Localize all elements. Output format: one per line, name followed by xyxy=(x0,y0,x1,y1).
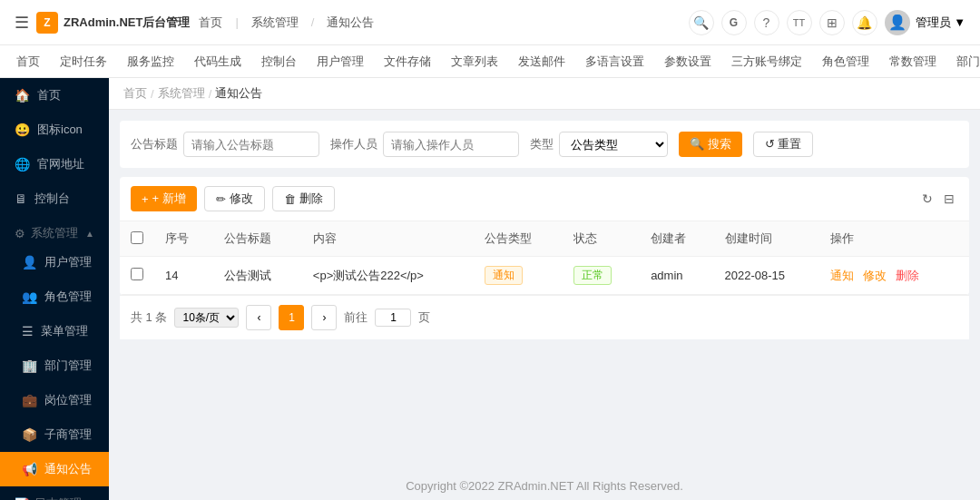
second-nav-article[interactable]: 文章列表 xyxy=(442,45,507,78)
home-icon: 🏠 xyxy=(15,88,30,103)
users-icon: 👥 xyxy=(22,289,37,304)
gear-icon: ⚙ xyxy=(15,227,25,240)
bell-icon-btn[interactable]: 🔔 xyxy=(852,10,877,35)
second-nav-role[interactable]: 角色管理 xyxy=(813,45,878,78)
row-checkbox[interactable] xyxy=(131,268,143,280)
cell-actions: 通知 修改 删除 xyxy=(819,257,969,295)
second-nav-file[interactable]: 文件存储 xyxy=(375,45,440,78)
sidebar-item-role[interactable]: 👥 角色管理 xyxy=(0,279,109,314)
font-icon-btn[interactable]: TT xyxy=(787,10,812,35)
sidebar-label-notice: 通知公告 xyxy=(44,461,92,477)
user-menu[interactable]: 👤 管理员 ▼ xyxy=(885,10,965,35)
sidebar-item-user[interactable]: 👤 用户管理 xyxy=(0,245,109,279)
sidebar-item-console[interactable]: 🖥 控制台 xyxy=(0,181,109,216)
goto-page-input[interactable] xyxy=(375,309,411,327)
sidebar-item-menu[interactable]: ☰ 菜单管理 xyxy=(0,314,109,348)
user-label[interactable]: 管理员 ▼ xyxy=(916,15,965,31)
page-1-btn[interactable]: 1 xyxy=(279,305,304,330)
reset-button[interactable]: ↺ 重置 xyxy=(753,132,814,157)
data-table: 序号 公告标题 内容 公告类型 状态 创建者 创建时间 操作 xyxy=(120,221,969,295)
pages-suffix: 页 xyxy=(418,309,430,326)
avatar: 👤 xyxy=(885,10,910,35)
topnav-home[interactable]: 首页 xyxy=(190,11,231,34)
second-nav-console[interactable]: 控制台 xyxy=(252,45,306,78)
edit-button[interactable]: ✏ 修改 xyxy=(204,186,265,211)
page-content: 公告标题 操作人员 类型 公告类型 通知 公告 🔍 搜索 ↺ 重置 xyxy=(109,110,980,472)
top-bar: ☰ Z ZRAdmin.NET后台管理 首页 | 系统管理 / 通知公告 🔍 G… xyxy=(0,0,980,45)
col-created-at: 创建时间 xyxy=(714,221,820,257)
table-body: 14 公告测试 <p>测试公告222</p> 通知 正常 admin xyxy=(120,257,969,295)
cell-created-at: 2022-08-15 xyxy=(714,257,820,295)
delete-button[interactable]: 🗑 删除 xyxy=(272,186,335,211)
sidebar-label-home: 首页 xyxy=(37,87,61,103)
second-nav-dept[interactable]: 部门管理 xyxy=(947,45,980,78)
footer: Copyright ©2022 ZRAdmin.NET All Rights R… xyxy=(109,472,980,500)
filter-type-select[interactable]: 公告类型 通知 公告 xyxy=(559,132,668,157)
search-icon-btn[interactable]: 🔍 xyxy=(689,10,714,35)
breadcrumb-home[interactable]: 首页 xyxy=(123,85,147,102)
second-nav-user[interactable]: 用户管理 xyxy=(308,45,373,78)
building-icon: 🏢 xyxy=(22,358,37,373)
goto-label: 前往 xyxy=(344,309,368,326)
row-action-notify[interactable]: 通知 xyxy=(830,269,854,282)
emoji-icon: 😀 xyxy=(15,123,30,137)
second-nav-lang[interactable]: 多语言设置 xyxy=(576,45,653,78)
menu-toggle-icon[interactable]: ☰ xyxy=(15,13,29,33)
second-nav-params[interactable]: 参数设置 xyxy=(655,45,720,78)
filter-title-input[interactable] xyxy=(183,132,319,157)
second-nav-email[interactable]: 发送邮件 xyxy=(509,45,574,78)
topnav-notice[interactable]: 通知公告 xyxy=(318,11,383,34)
sidebar-label-system: 系统管理 xyxy=(31,225,78,241)
second-nav-home[interactable]: 首页 xyxy=(7,45,49,78)
second-nav-third[interactable]: 三方账号绑定 xyxy=(722,45,811,78)
column-settings-icon-btn[interactable]: ⊟ xyxy=(940,188,958,210)
search-button[interactable]: 🔍 搜索 xyxy=(679,132,742,157)
second-nav-const[interactable]: 常数管理 xyxy=(880,45,946,78)
question-icon-btn[interactable]: ? xyxy=(754,10,779,35)
sidebar-item-sub[interactable]: 📦 子商管理 xyxy=(0,417,109,452)
sidebar-item-notice[interactable]: 📢 通知公告 xyxy=(0,452,109,486)
filter-operator-input[interactable] xyxy=(383,132,519,157)
col-type: 公告类型 xyxy=(474,221,563,257)
cell-creator: admin xyxy=(640,257,713,295)
filter-bar: 公告标题 操作人员 类型 公告类型 通知 公告 🔍 搜索 ↺ 重置 xyxy=(120,121,969,168)
user-icon: 👤 xyxy=(22,255,37,270)
sidebar-group-log[interactable]: 📝 日志管理 ▼ xyxy=(0,486,109,500)
app-title: ZRAdmin.NET后台管理 xyxy=(64,15,190,31)
second-nav-monitor[interactable]: 服务监控 xyxy=(118,45,183,78)
github-icon-btn[interactable]: G xyxy=(721,10,747,35)
breadcrumb-system[interactable]: 系统管理 xyxy=(158,85,205,102)
next-page-btn[interactable]: › xyxy=(311,305,337,330)
topnav-system[interactable]: 系统管理 xyxy=(242,11,308,34)
second-nav-codegen[interactable]: 代码生成 xyxy=(185,45,250,78)
per-page-select[interactable]: 10条/页 20条/页 50条/页 xyxy=(174,308,239,328)
delete-icon: 🗑 xyxy=(284,192,296,206)
refresh-icon-btn[interactable]: ↻ xyxy=(918,188,936,210)
col-creator: 创建者 xyxy=(640,221,713,257)
table-row: 14 公告测试 <p>测试公告222</p> 通知 正常 admin xyxy=(120,257,969,295)
type-tag: 通知 xyxy=(485,266,523,285)
prev-page-btn[interactable]: ‹ xyxy=(246,305,271,330)
col-status: 状态 xyxy=(563,221,640,257)
sidebar-item-icon[interactable]: 😀 图标icon xyxy=(0,113,109,147)
col-title: 公告标题 xyxy=(213,221,302,257)
row-action-delete[interactable]: 删除 xyxy=(896,269,919,282)
table-header: 序号 公告标题 内容 公告类型 状态 创建者 创建时间 操作 xyxy=(120,221,969,257)
pagination: 共 1 条 10条/页 20条/页 50条/页 ‹ 1 › 前往 页 xyxy=(120,295,969,339)
filter-title-label: 公告标题 xyxy=(131,136,178,152)
sidebar-label-user: 用户管理 xyxy=(44,254,92,270)
sidebar-item-website[interactable]: 🌐 官网地址 xyxy=(0,147,109,181)
second-nav-task[interactable]: 定时任务 xyxy=(51,45,116,78)
menu-icon: ☰ xyxy=(22,324,34,338)
layout-icon-btn[interactable]: ⊞ xyxy=(819,10,845,35)
sidebar-label-position: 岗位管理 xyxy=(44,392,92,408)
sidebar-item-position[interactable]: 💼 岗位管理 xyxy=(0,383,109,417)
select-all-checkbox[interactable] xyxy=(131,231,143,244)
sidebar-item-home[interactable]: 🏠 首页 xyxy=(0,78,109,113)
globe-icon: 🌐 xyxy=(15,157,30,172)
sidebar-group-system[interactable]: ⚙ 系统管理 ▲ xyxy=(0,216,109,245)
row-action-edit[interactable]: 修改 xyxy=(863,269,887,282)
sidebar-label-menu: 菜单管理 xyxy=(41,323,88,339)
sidebar-item-dept[interactable]: 🏢 部门管理 xyxy=(0,348,109,383)
add-button[interactable]: + + 新增 xyxy=(131,186,197,211)
